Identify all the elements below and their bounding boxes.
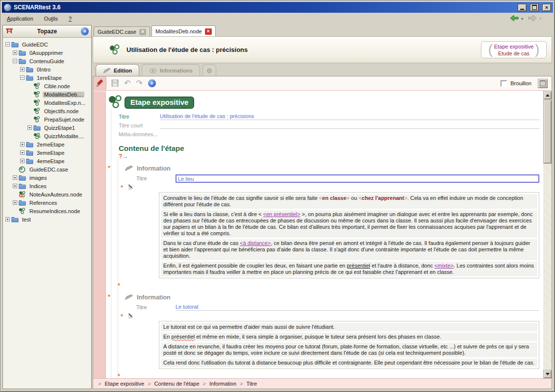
tree-item-label: NoteAuxAuteurs.node [28,192,84,197]
expand-editor-button[interactable] [538,79,548,88]
tab-edition[interactable]: Edition [96,64,139,76]
tree-item-label: Objectifs.node [43,108,80,114]
tree-expander-icon[interactable]: + [20,159,25,163]
forward-dropdown-icon[interactable]: ▾ [539,17,541,21]
close-button[interactable]: × [542,4,551,11]
tab-informations[interactable]: Informations [142,64,200,76]
document-tabs: GuideEDC.case×ModalitesDeb.node× [93,25,552,37]
tab-edition-label: Edition [114,68,132,74]
breadcrumb-item-titre[interactable]: Titre [247,381,257,387]
text-segment: Le tutorat est ce qui va permettre d'aid… [163,324,335,330]
tree-item-0intro[interactable]: +0Intro [3,65,91,74]
folder-icon [19,199,26,206]
content-link[interactable]: <mixte> [434,263,454,269]
tree-item-contenuguide[interactable]: −ContenuGuide [3,57,91,65]
tree-item-images[interactable]: +images [3,173,91,182]
tree-item-references[interactable]: +References [3,198,91,207]
metadata-expand-link[interactable]: ... [153,131,157,138]
doc-tab-modalitesdeb-node[interactable]: ModalitesDeb.node× [151,25,216,37]
info-text-box[interactable]: Le tutorat est ce qui va permettre d'aid… [159,321,539,369]
tab-settings[interactable]: ⚙ [202,64,216,76]
tree-item-resumeindices-node[interactable]: ResumeIndices.node [3,207,91,215]
insert-asterisk-icon[interactable]: * [118,282,543,289]
vertical-scrollbar[interactable] [543,91,552,378]
tree-item-test[interactable]: +test [3,215,91,223]
maximize-button[interactable] [530,4,539,11]
content-link[interactable]: <en présentiel> [263,211,301,217]
back-button[interactable] [510,15,519,23]
text-segment: ou [350,195,358,201]
breadcrumb-item-etape-expositive[interactable]: Etape expositive [104,381,144,387]
folder-icon [11,41,19,48]
tree-item-quizzetape1[interactable]: +QuizzEtape1 [3,123,91,132]
tree-expander-icon[interactable]: + [13,50,17,55]
tree-item-guideedc[interactable]: −GuideEDC [3,40,91,49]
tree-item-0asuppprimer[interactable]: +0Asuppprimer [3,49,91,57]
draft-checkbox[interactable] [501,80,507,87]
tree-item-2emeetape[interactable]: +2emeEtape [3,140,91,148]
tree-expander-icon[interactable]: − [20,75,25,80]
menu-help[interactable]: ? [69,16,72,22]
tree-item-indices[interactable]: +Indices [3,182,91,190]
undo-button[interactable]: ↶ [124,79,130,87]
scroll-down-button[interactable] [543,370,552,378]
tree-item-3emeetape[interactable]: +3emeEtape [3,148,91,157]
node-icon [33,99,41,106]
tree-item-modalitesexp-n[interactable]: ModalitesExp.n... [3,98,91,107]
forward-button[interactable] [528,15,537,23]
field-titre-value[interactable]: Utilisation de l'étude de cas : précisio… [160,113,539,120]
tree-item-4emeetape[interactable]: +4emeEtape [3,157,91,165]
tree-expander-icon[interactable]: + [5,217,10,221]
workspace-menu-button[interactable]: ▼ [81,27,89,35]
content-link[interactable]: <à distance> [240,240,271,246]
node-icon [33,83,41,90]
preview-button[interactable]: ▼ [148,79,156,87]
text-segment: En [163,334,172,340]
tree-item-prepasujet-node[interactable]: PrepaSujet.node [3,115,91,123]
field-titre-court-value[interactable] [160,122,539,129]
tree-expander-icon[interactable]: + [13,175,17,180]
info-title-row: TitreLe tutorat [136,302,539,312]
doc-tab-guideedc-case[interactable]: GuideEDC.case× [94,26,150,37]
text-content-icon [127,184,134,191]
doc-tab-label: ModalitesDeb.node [155,28,202,34]
tree-expander-icon[interactable]: + [27,125,32,130]
editor-toolbar: ↶ ↷ ▼ Brouillon [93,76,552,91]
redo-button[interactable]: ↷ [136,79,142,87]
info-title-field[interactable]: Le lieu [176,174,539,183]
save-button[interactable] [111,79,119,88]
tree-expander-icon[interactable]: + [20,142,25,147]
tree-item-quizzmodalite[interactable]: QuizzModalite.... [3,132,91,140]
tab-close-icon[interactable]: × [139,29,146,35]
tree-item-guideedc-case[interactable]: GuideEDC.case [3,165,91,173]
tree-item-cible-node[interactable]: Cible.node [3,82,91,90]
info-text-box[interactable]: Connaitre le lieu de l'étude de cas sign… [159,192,539,278]
insert-marker-icon[interactable]: ?→ [119,153,543,160]
tab-close-icon[interactable]: × [205,28,212,35]
tree-expander-icon[interactable]: + [13,184,17,188]
tree-item-noteauxauteurs-node[interactable]: NoteAuxAuteurs.node [3,190,91,198]
info-title-field[interactable]: Le tutorat [176,304,539,311]
tree-expander-icon[interactable]: − [5,42,10,47]
tree-expander-icon[interactable]: + [20,67,25,72]
tree-expander-icon[interactable]: + [20,150,25,155]
tree-item-label: test [21,217,32,222]
document-header: Utilisation de l'étude de cas : précisio… [93,36,552,63]
tree-item-1ereetape[interactable]: −1ereEtape [3,74,91,82]
minimize-button[interactable] [518,4,527,11]
back-dropdown-icon[interactable]: ▾ [521,17,523,21]
menu-outils[interactable]: Outils [44,16,58,22]
paragraph: Si elle a lieu dans la classe, c'est à d… [161,210,537,238]
breadcrumb-item-contenu-de-l-tape[interactable]: Contenu de l'étape [154,381,200,387]
tree-item-objectifs-node[interactable]: Objectifs.node [3,107,91,115]
breadcrumb-item-information[interactable]: Information [209,381,236,387]
insert-asterisk-icon[interactable]: * [118,372,543,378]
tree-item-modalitesdeb[interactable]: ModalitesDeb.... [3,90,91,98]
edit-pencil-icon [125,294,133,301]
scroll-thumb[interactable] [543,100,552,164]
tree-expander-icon[interactable]: + [13,200,17,205]
scroll-up-button[interactable] [543,91,552,99]
node-quizz-icon [33,133,41,140]
menu-application[interactable]: Application [7,16,33,22]
tree-expander-icon[interactable]: − [13,59,17,63]
